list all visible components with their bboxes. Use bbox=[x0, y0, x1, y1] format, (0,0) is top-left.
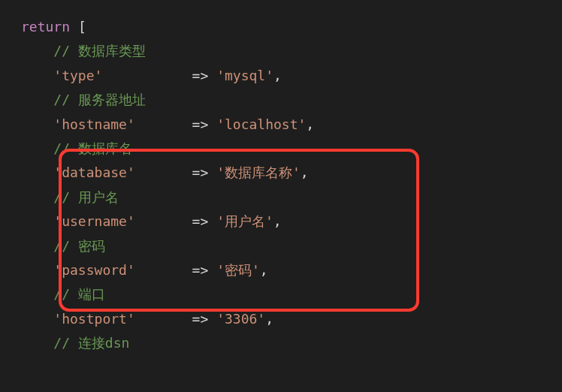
comment-text: // 密码 bbox=[53, 238, 105, 254]
value-text: '用户名' bbox=[216, 213, 273, 229]
value-text: 'mysql' bbox=[216, 68, 273, 83]
comma-text: , bbox=[273, 68, 282, 83]
comment-line-3: // 用户名 bbox=[21, 185, 562, 210]
value-text: '数据库名称' bbox=[216, 164, 301, 180]
entry-line-5: 'hostport' => '3306', bbox=[21, 307, 562, 331]
comment-text: // 端口 bbox=[53, 286, 105, 302]
arrow-text: => bbox=[192, 116, 209, 132]
comma-text: , bbox=[306, 116, 314, 132]
arrow-text: => bbox=[192, 213, 209, 229]
comma-text: , bbox=[273, 213, 282, 229]
comma-text: , bbox=[265, 311, 273, 327]
comment-line-1: // 服务器地址 bbox=[21, 88, 562, 112]
key-text: 'password' bbox=[53, 262, 134, 278]
key-text: 'type' bbox=[53, 68, 102, 83]
open-bracket: [ bbox=[78, 19, 86, 35]
arrow-text: => bbox=[192, 164, 209, 180]
return-keyword: return bbox=[21, 19, 70, 35]
key-text: 'database' bbox=[53, 164, 134, 180]
key-text: 'hostname' bbox=[53, 116, 134, 132]
comma-text: , bbox=[260, 262, 268, 278]
key-text: 'hostport' bbox=[53, 311, 134, 327]
entry-line-1: 'hostname' => 'localhost', bbox=[21, 113, 562, 137]
comment-line-0: // 数据库类型 bbox=[21, 39, 562, 63]
arrow-text: => bbox=[192, 68, 209, 83]
value-text: '3306' bbox=[216, 311, 265, 327]
comment-text: // 服务器地址 bbox=[53, 92, 146, 107]
comment-line-2: // 数据库名 bbox=[21, 137, 562, 161]
comment-line-5: // 端口 bbox=[21, 282, 562, 306]
key-text: 'username' bbox=[53, 213, 134, 229]
code-return-line: return [ bbox=[21, 15, 562, 39]
comment-text: // 数据库类型 bbox=[53, 43, 146, 59]
comment-text: // 连接dsn bbox=[53, 335, 129, 351]
value-text: '密码' bbox=[216, 262, 260, 278]
value-text: 'localhost' bbox=[216, 116, 306, 132]
comment-text: // 数据库名 bbox=[53, 140, 132, 156]
entry-line-3: 'username' => '用户名', bbox=[21, 210, 562, 234]
arrow-text: => bbox=[192, 311, 209, 327]
comma-text: , bbox=[301, 164, 309, 180]
entry-line-2: 'database' => '数据库名称', bbox=[21, 161, 562, 185]
arrow-text: => bbox=[192, 262, 209, 278]
comment-line-6: // 连接dsn bbox=[21, 331, 562, 355]
comment-line-4: // 密码 bbox=[21, 234, 562, 258]
comment-text: // 用户名 bbox=[53, 189, 119, 205]
entry-line-4: 'password' => '密码', bbox=[21, 258, 562, 282]
entry-line-0: 'type' => 'mysql', bbox=[21, 64, 562, 88]
